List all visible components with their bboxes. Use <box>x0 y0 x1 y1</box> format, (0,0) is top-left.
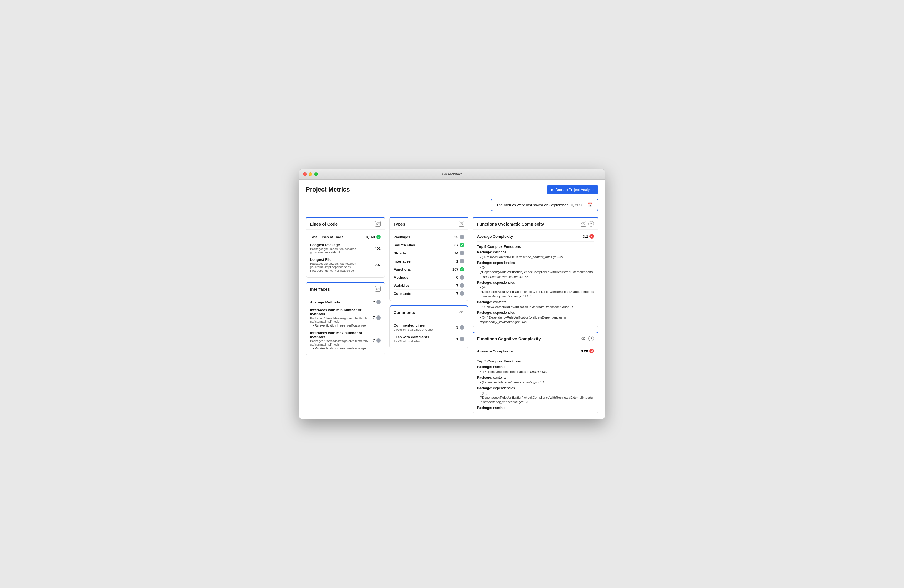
files-with-comments-badge <box>460 337 464 341</box>
loc-header-icons: ⌫ <box>375 221 381 227</box>
longest-file-info: Longest File Package: github.com/fdaines… <box>310 258 375 272</box>
cognitive-card: Functions Cognitive Complexity ⌫ ? Avera… <box>473 332 598 413</box>
cognitive-entry-0: Package: naming (15) retrieveMatchingInt… <box>477 365 594 374</box>
saved-notice-text: The metrics were last saved on September… <box>496 203 585 207</box>
cyclomatic-card: Functions Cyclomatic Complexity ⌫ ? Aver… <box>473 217 598 327</box>
methods-label: Methods <box>394 275 408 280</box>
structs-value: 34 <box>454 251 464 255</box>
cognitive-entry-1: Package: contents (12) inspectFile in re… <box>477 376 594 384</box>
cognitive-avg-value: 3.29 ✕ <box>581 349 594 353</box>
packages-value: 22 <box>454 235 464 239</box>
longest-pkg-label: Longest Package <box>310 243 375 247</box>
max-methods-label: Interfaces with Max number of methods <box>310 331 373 339</box>
longest-pkg-sub: Package: github.com/fdaines/arch-go/inte… <box>310 247 375 254</box>
cyclomatic-chart-icon[interactable]: ⌫ <box>581 221 586 227</box>
comments-card-title: Comments <box>394 310 415 315</box>
total-loc-badge: ✓ <box>376 235 381 239</box>
loc-card-title: Lines of Code <box>310 221 338 226</box>
app-window: Go Architect Project Metrics ▶ Back to P… <box>299 169 605 419</box>
cyclomatic-detail-3: (9) NewContentsRuleVerification in conte… <box>480 305 594 309</box>
files-with-comments-pct: 1.49% of Total Files <box>394 340 429 343</box>
source-files-value: 67 ✓ <box>454 243 464 247</box>
loc-card-body: Total Lines of Code 3,163 ✓ Longest Pack… <box>306 230 385 277</box>
max-methods-sub: Package: /Users/fdaines/go-architect/arc… <box>310 339 373 346</box>
types-interfaces-badge <box>460 259 464 263</box>
longest-file-sub2: File: dependency_verification.go <box>310 269 375 272</box>
max-methods-row: Interfaces with Max number of methods Pa… <box>310 329 381 352</box>
loc-card-header: Lines of Code ⌫ <box>306 218 385 230</box>
close-button[interactable] <box>303 172 307 176</box>
back-to-project-button[interactable]: ▶ Back to Project Analysis <box>547 185 598 194</box>
cyclomatic-pkg-4: Package: dependencies <box>477 311 594 315</box>
cyclomatic-detail-2: (9) (*DependencyRuleVerification).checkC… <box>480 285 594 299</box>
left-column: Lines of Code ⌫ Total Lines of Code 3,16… <box>306 217 385 413</box>
structs-badge <box>460 251 464 255</box>
comments-chart-icon[interactable]: ⌫ <box>459 310 464 315</box>
interfaces-chart-icon[interactable]: ⌫ <box>375 286 381 292</box>
types-card-body: Packages 22 Source Files 67 ✓ <box>390 230 468 301</box>
comments-card: Comments ⌫ Commented Lines 0.09% of Tota… <box>389 305 468 348</box>
interfaces-header-icons: ⌫ <box>375 286 381 292</box>
longest-file-label: Longest File <box>310 258 375 262</box>
min-methods-badge <box>376 315 381 320</box>
methods-badge <box>460 275 464 280</box>
titlebar: Go Architect <box>299 169 605 180</box>
cognitive-chart-icon[interactable]: ⌫ <box>581 336 586 341</box>
loc-chart-icon[interactable]: ⌫ <box>375 221 381 227</box>
types-chart-icon[interactable]: ⌫ <box>459 221 464 227</box>
variables-badge <box>460 283 464 288</box>
interfaces-card-title: Interfaces <box>310 287 330 291</box>
types-interfaces-label: Interfaces <box>394 259 411 263</box>
variables-label: Variables <box>394 283 409 288</box>
longest-pkg-value: 402 <box>375 247 381 251</box>
min-methods-bullet: RuleVerification in rule_verification.go <box>313 324 373 327</box>
cyclomatic-help-icon[interactable]: ? <box>588 221 594 227</box>
cognitive-avg-badge: ✕ <box>589 349 594 353</box>
structs-label: Structs <box>394 251 406 255</box>
types-header-icons: ⌫ <box>459 221 464 227</box>
files-with-comments-label: Files with comments <box>394 335 429 339</box>
total-loc-label: Total Lines of Code <box>310 235 343 239</box>
types-interfaces-row: Interfaces 1 <box>394 257 464 266</box>
packages-row: Packages 22 <box>394 233 464 241</box>
commented-lines-row: Commented Lines 0.09% of Total Lines of … <box>394 322 464 333</box>
cognitive-pkg-3: Package: naming <box>477 406 594 410</box>
longest-file-row: Longest File Package: github.com/fdaines… <box>310 256 381 274</box>
max-methods-info: Interfaces with Max number of methods Pa… <box>310 331 373 350</box>
commented-lines-pct: 0.09% of Total Lines of Code <box>394 328 433 331</box>
cyclomatic-detail-0: (9) resolveContentRule in describe_conte… <box>480 255 594 259</box>
header-row: Project Metrics ▶ Back to Project Analys… <box>306 185 598 194</box>
cyclomatic-pkg-1: Package: dependencies <box>477 261 594 265</box>
cyclomatic-detail-4: (8) (*DependencyRuleVerification).valida… <box>480 315 594 324</box>
cognitive-header-icons: ⌫ ? <box>581 336 594 341</box>
types-interfaces-value: 1 <box>456 259 464 263</box>
cognitive-avg-label: Average Complexity <box>477 349 513 353</box>
min-methods-sub: Package: /Users/fdaines/go-architect/arc… <box>310 316 373 323</box>
avg-methods-row: Average Methods 7 <box>310 298 381 306</box>
minimize-button[interactable] <box>309 172 312 176</box>
commented-lines-info: Commented Lines 0.09% of Total Lines of … <box>394 323 433 331</box>
cyclomatic-entry-0: Package: describe (9) resolveContentRule… <box>477 250 594 259</box>
max-methods-badge <box>376 338 381 343</box>
comments-header-icons: ⌫ <box>459 310 464 315</box>
cyclomatic-avg-value: 3.1 ✕ <box>583 234 594 239</box>
functions-row: Functions 107 ✓ <box>394 266 464 273</box>
back-arrow-icon: ▶ <box>551 187 554 192</box>
cognitive-entry-3: Package: naming <box>477 406 594 410</box>
cyclomatic-pkg-3: Package: contents <box>477 300 594 304</box>
cognitive-help-icon[interactable]: ? <box>588 336 594 341</box>
cyclomatic-header-icons: ⌫ ? <box>581 221 594 227</box>
functions-value: 107 ✓ <box>452 267 464 272</box>
cognitive-body: Average Complexity 3.29 ✕ Top 5 Complex … <box>473 345 598 413</box>
packages-label: Packages <box>394 235 410 239</box>
source-files-badge: ✓ <box>460 243 464 247</box>
maximize-button[interactable] <box>314 172 318 176</box>
min-methods-row: Interfaces with Min number of methods Pa… <box>310 306 381 329</box>
cognitive-pkg-0: Package: naming <box>477 365 594 369</box>
cyclomatic-card-title: Functions Cyclomatic Complexity <box>477 221 544 226</box>
functions-badge: ✓ <box>460 267 464 272</box>
cognitive-pkg-1: Package: contents <box>477 376 594 379</box>
longest-file-value: 297 <box>375 263 381 267</box>
cyclomatic-detail-1: (9) (*DependencyRuleVerification).checkC… <box>480 266 594 279</box>
traffic-lights <box>303 172 318 176</box>
